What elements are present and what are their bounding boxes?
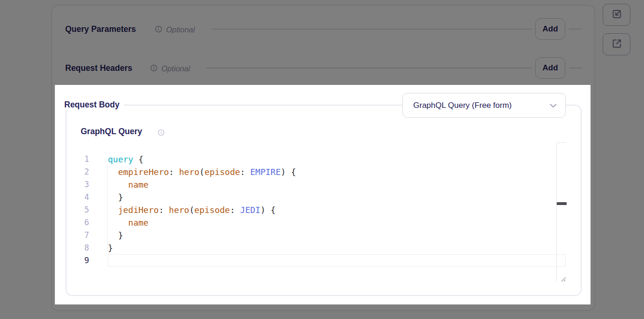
code-line-content: } <box>108 229 566 242</box>
line-number: 7 <box>70 229 89 242</box>
code-line-content: name <box>108 216 566 229</box>
line-number: 4 <box>70 191 89 204</box>
code-line-content <box>108 254 566 267</box>
code-line: 2 empireHero: hero(episode: EMPIRE) { <box>70 166 566 178</box>
body-type-selected-value: GraphQL Query (Free form) <box>413 101 550 110</box>
code-line: 9 <box>70 254 566 267</box>
line-number: 3 <box>70 178 89 191</box>
chevron-down-icon <box>550 101 557 110</box>
optional-badge: Optional <box>161 63 190 74</box>
code-line-content: jediHero: hero(episode: JEDI) { <box>108 204 566 216</box>
open-external-button[interactable] <box>603 33 630 55</box>
line-number: 6 <box>70 216 89 229</box>
code-line: 7 } <box>70 229 566 242</box>
info-icon[interactable] <box>158 129 165 138</box>
open-external-icon <box>612 38 622 50</box>
code-line-content: empireHero: hero(episode: EMPIRE) { <box>108 166 566 178</box>
section-rule <box>206 68 532 68</box>
add-query-parameter-button[interactable]: Add <box>535 18 565 40</box>
code-line: 5 jediHero: hero(episode: JEDI) { <box>70 204 566 216</box>
graphql-query-label: GraphQL Query <box>81 127 142 137</box>
request-headers-label: Request Headers <box>65 62 132 74</box>
editor-scrollbar-thumb[interactable] <box>557 202 567 205</box>
info-icon[interactable] <box>155 25 162 35</box>
edit-inline-button[interactable] <box>603 4 630 26</box>
query-parameters-label: Query Parameters <box>65 23 136 35</box>
line-number: 2 <box>70 166 89 178</box>
body-type-select[interactable]: GraphQL Query (Free form) <box>402 93 566 118</box>
section-rule-end <box>569 68 582 68</box>
request-body-label: Request Body <box>61 99 124 110</box>
editor-resize-handle[interactable] <box>561 275 566 284</box>
line-number: 1 <box>70 153 89 166</box>
code-line: 1query { <box>70 153 566 166</box>
section-rule <box>212 29 532 30</box>
code-line: 3 name <box>70 178 566 191</box>
section-rule-end <box>569 29 582 30</box>
code-line-content: query { <box>108 153 566 166</box>
code-editor[interactable]: 1query {2 empireHero: hero(episode: EMPI… <box>70 153 566 267</box>
code-line-content: name <box>108 178 566 191</box>
line-number: 9 <box>70 254 89 267</box>
edit-inline-icon <box>612 9 622 21</box>
code-line: 4 } <box>70 191 566 204</box>
editor-scrollbar[interactable] <box>556 142 566 281</box>
add-request-header-button[interactable]: Add <box>535 57 565 79</box>
line-number: 8 <box>70 242 89 254</box>
code-line: 8} <box>70 242 566 254</box>
code-line-content: } <box>108 242 566 254</box>
code-line-content: } <box>108 191 566 204</box>
line-number: 5 <box>70 204 89 216</box>
code-line: 6 name <box>70 216 566 229</box>
optional-badge: Optional <box>166 24 195 35</box>
info-icon[interactable] <box>150 64 158 74</box>
indent-guide <box>107 166 108 254</box>
